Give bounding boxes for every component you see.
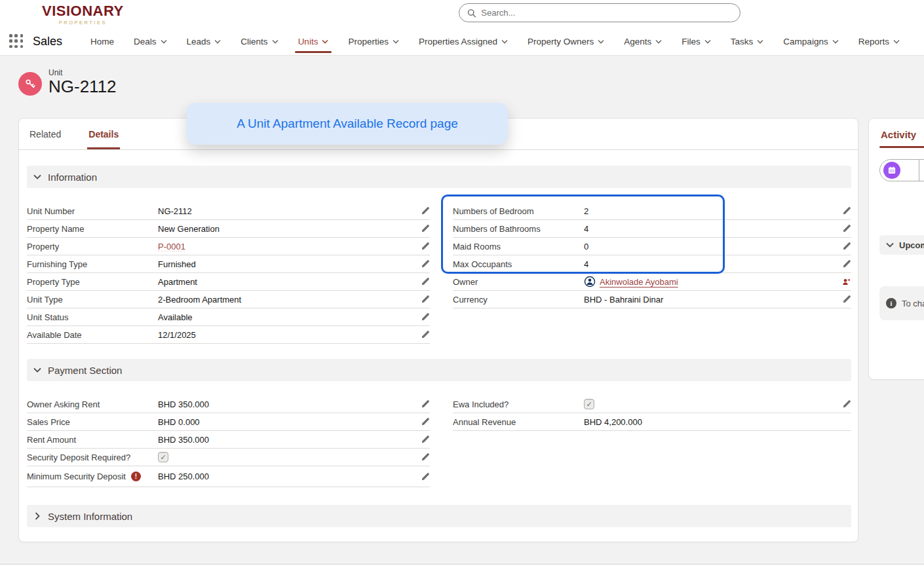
field-row-ewa-included: Ewa Included? — [453, 396, 851, 413]
section-header-information[interactable]: Information — [27, 166, 851, 188]
chevron-down-icon — [33, 367, 41, 373]
chevron-down-icon — [893, 39, 900, 44]
chevron-down-icon — [322, 39, 328, 44]
nav-tab-agents[interactable]: Agents — [614, 28, 672, 55]
field-row-furnishing-type: Furnishing Type Furnished — [27, 255, 430, 273]
edit-pencil-icon[interactable] — [413, 277, 430, 286]
edit-pencil-icon[interactable] — [413, 417, 430, 426]
checkbox-checked-icon — [158, 452, 168, 462]
edit-pencil-icon[interactable] — [834, 295, 851, 304]
change-owner-icon[interactable] — [834, 277, 851, 287]
edit-pencil-icon[interactable] — [413, 206, 430, 215]
property-link[interactable]: P-0001 — [158, 242, 185, 251]
unit-record-icon — [18, 72, 42, 96]
edit-pencil-icon[interactable] — [413, 295, 430, 304]
nav-tabs: Home Deals Leads Clients Units Propertie… — [81, 28, 910, 55]
upcoming-overdue-section[interactable]: Upcoming & Overdue — [879, 235, 924, 255]
chevron-down-icon — [214, 39, 221, 44]
logo-subtext: PROPERTIES — [42, 20, 124, 26]
nav-tab-reports-clipped[interactable]: Reports — [849, 28, 910, 55]
field-row-unit-type: Unit Type 2-Bedroom Apartment — [27, 291, 430, 308]
field-row-owner-asking-rent: Owner Asking Rent BHD 350.000 — [27, 396, 430, 413]
chevron-down-icon — [757, 39, 763, 44]
information-right-column: Numbers of Bedroom 2 Numbers of Bathroom… — [453, 202, 851, 308]
edit-pencil-icon[interactable] — [413, 259, 430, 269]
chevron-down-icon — [33, 174, 41, 179]
field-row-minimum-security-deposit: Minimum Security Deposit BHD 250.000 — [27, 466, 430, 487]
field-row-property-type: Property Type Apartment — [27, 273, 430, 291]
field-row-available-date: Available Date 12/1/2025 — [27, 326, 430, 344]
app-navigation-bar: Sales Home Deals Leads Clients Units Pro… — [0, 28, 924, 56]
section-header-system-information[interactable]: System Information — [27, 505, 851, 527]
chevron-down-icon — [393, 39, 399, 44]
chevron-down-icon — [704, 39, 711, 44]
activity-action-buttons[interactable] — [879, 159, 924, 181]
nav-tab-clients[interactable]: Clients — [231, 28, 288, 55]
edit-pencil-icon[interactable] — [413, 242, 430, 251]
edit-pencil-icon[interactable] — [413, 472, 430, 481]
field-row-unit-status: Unit Status Available — [27, 308, 430, 326]
chevron-down-icon — [501, 39, 508, 44]
calendar-icon — [887, 166, 896, 175]
edit-pencil-icon[interactable] — [834, 206, 851, 215]
user-avatar-icon — [584, 276, 596, 288]
new-event-button[interactable] — [883, 162, 900, 179]
activity-panel: Activity Upcoming & Overdue To change wh… — [868, 118, 924, 380]
app-name[interactable]: Sales — [33, 35, 62, 48]
nav-tab-units[interactable]: Units — [288, 28, 339, 55]
chevron-down-icon — [832, 39, 839, 44]
field-row-property-name: Property Name New Generation — [27, 220, 430, 238]
chevron-down-icon — [272, 39, 279, 44]
app-launcher-icon[interactable] — [9, 34, 24, 48]
activity-tab-underline — [879, 146, 924, 148]
record-title: NG-2112 — [48, 77, 117, 96]
payment-field-grid: Owner Asking Rent BHD 350.000 Sales Pric… — [27, 396, 851, 487]
owner-link[interactable]: Akinwolade Ayobami — [600, 277, 678, 287]
search-icon — [467, 9, 476, 18]
section-header-payment[interactable]: Payment Section — [27, 359, 851, 381]
tab-details[interactable]: Details — [87, 119, 120, 149]
tab-activity[interactable]: Activity — [881, 129, 916, 140]
field-row-max-occupants: Max Occupants 4 — [453, 255, 851, 273]
field-row-numbers-of-bathrooms: Numbers of Bathrooms 4 — [453, 220, 851, 238]
error-info-icon[interactable] — [131, 472, 141, 481]
chevron-down-icon — [886, 242, 894, 248]
search-input[interactable] — [481, 8, 732, 18]
record-header: Unit NG-2112 — [18, 68, 117, 96]
nav-tab-files[interactable]: Files — [672, 28, 721, 55]
nav-tab-home[interactable]: Home — [81, 28, 124, 55]
field-row-property: Property P-0001 — [27, 238, 430, 255]
edit-pencil-icon[interactable] — [413, 312, 430, 322]
nav-tab-properties-assigned[interactable]: Properties Assigned — [409, 28, 518, 55]
chevron-down-icon — [161, 39, 167, 44]
edit-pencil-icon[interactable] — [413, 330, 430, 339]
edit-pencil-icon[interactable] — [834, 399, 851, 409]
edit-pencil-icon[interactable] — [413, 435, 430, 444]
record-entity-label: Unit — [48, 68, 117, 77]
edit-pencil-icon[interactable] — [834, 259, 851, 269]
edit-pencil-icon[interactable] — [413, 224, 430, 233]
edit-pencil-icon[interactable] — [413, 399, 430, 409]
global-header: VISIONARY PROPERTIES — [0, 0, 924, 28]
tab-related[interactable]: Related — [28, 119, 62, 149]
record-detail-card: Related Details Information Unit Number … — [18, 118, 858, 542]
chevron-right-icon — [35, 512, 40, 520]
nav-tab-tasks[interactable]: Tasks — [721, 28, 774, 55]
nav-tab-leads[interactable]: Leads — [177, 28, 231, 55]
field-row-maid-rooms: Maid Rooms 0 — [453, 238, 851, 255]
field-row-currency: Currency BHD - Bahraini Dinar — [453, 291, 851, 308]
nav-tab-properties[interactable]: Properties — [338, 28, 409, 55]
edit-pencil-icon[interactable] — [413, 453, 430, 462]
field-row-sales-price: Sales Price BHD 0.000 — [27, 413, 430, 431]
annotation-tooltip: A Unit Apartment Available Record page — [187, 103, 508, 145]
checkbox-checked-icon — [584, 399, 594, 409]
field-row-rent-amount: Rent Amount BHD 350.000 — [27, 431, 430, 449]
nav-tab-deals[interactable]: Deals — [124, 28, 177, 55]
information-field-grid: Unit Number NG-2112 Property Name New Ge… — [27, 202, 851, 344]
nav-tab-campaigns[interactable]: Campaigns — [773, 28, 848, 55]
footer-divider — [0, 564, 924, 575]
edit-pencil-icon[interactable] — [834, 224, 851, 233]
edit-pencil-icon[interactable] — [834, 242, 851, 251]
nav-tab-property-owners[interactable]: Property Owners — [518, 28, 614, 55]
global-search[interactable] — [459, 3, 741, 22]
